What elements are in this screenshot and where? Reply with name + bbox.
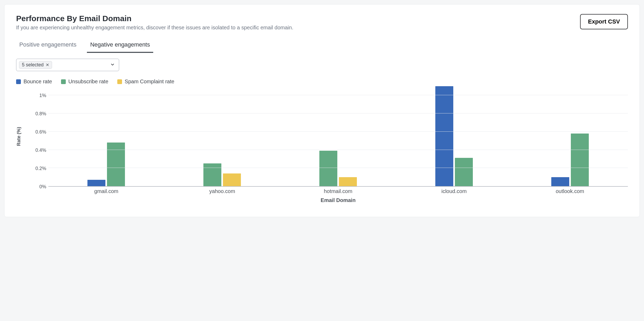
chevron-down-icon bbox=[110, 62, 115, 68]
card-header: Performance By Email Domain If you are e… bbox=[16, 14, 628, 31]
bar-unsub[interactable] bbox=[455, 158, 473, 186]
bar-unsub[interactable] bbox=[571, 134, 589, 186]
y-axis-title: Rate (%) bbox=[16, 86, 29, 187]
x-tick-label: icloud.com bbox=[396, 187, 512, 197]
x-axis-title: Email Domain bbox=[48, 197, 628, 208]
domain-multiselect[interactable]: 5 selected ✕ bbox=[16, 59, 119, 71]
tab-positive-engagements[interactable]: Positive engagements bbox=[16, 40, 80, 53]
selected-count-label: 5 selected bbox=[22, 62, 44, 68]
y-tick-label: 1% bbox=[39, 93, 46, 98]
x-tick-label: yahoo.com bbox=[164, 187, 280, 197]
y-axis-ticks: 0%0.2%0.4%0.6%0.8%1% bbox=[29, 86, 48, 187]
gridline bbox=[48, 168, 628, 168]
legend-swatch-unsubscribe bbox=[61, 79, 66, 84]
bar-spam[interactable] bbox=[223, 173, 241, 186]
bar-group bbox=[396, 86, 512, 186]
selected-count-chip[interactable]: 5 selected ✕ bbox=[19, 61, 52, 69]
legend-label-bounce: Bounce rate bbox=[24, 79, 52, 85]
y-tick-label: 0% bbox=[39, 184, 46, 190]
x-tick-label: hotmail.com bbox=[280, 187, 396, 197]
gridline bbox=[48, 150, 628, 150]
tab-negative-engagements[interactable]: Negative engagements bbox=[87, 40, 153, 53]
chart-legend: Bounce rate Unsubscribe rate Spam Compla… bbox=[16, 79, 628, 85]
y-tick-label: 0.8% bbox=[35, 111, 46, 116]
legend-unsubscribe[interactable]: Unsubscribe rate bbox=[61, 79, 108, 85]
bar-group bbox=[48, 86, 164, 186]
bar-bounce[interactable] bbox=[87, 180, 105, 186]
x-tick-label: gmail.com bbox=[48, 187, 164, 197]
bar-unsub[interactable] bbox=[319, 151, 337, 186]
bar-bounce[interactable] bbox=[551, 177, 569, 186]
engagement-tabs: Positive engagements Negative engagement… bbox=[16, 40, 628, 53]
x-axis-ticks: gmail.comyahoo.comhotmail.comicloud.como… bbox=[48, 187, 628, 197]
card-title: Performance By Email Domain bbox=[16, 14, 293, 23]
bar-unsub[interactable] bbox=[203, 163, 221, 186]
gridline bbox=[48, 113, 628, 113]
y-tick-label: 0.6% bbox=[35, 129, 46, 135]
legend-label-spam: Spam Complaint rate bbox=[125, 79, 174, 85]
export-csv-button[interactable]: Export CSV bbox=[580, 14, 628, 29]
plot-area bbox=[48, 86, 628, 187]
legend-spam[interactable]: Spam Complaint rate bbox=[117, 79, 174, 85]
gridline bbox=[48, 95, 628, 95]
legend-bounce[interactable]: Bounce rate bbox=[16, 79, 52, 85]
bar-groups bbox=[48, 86, 628, 186]
card-subtitle: If you are experiencing unhealthy engage… bbox=[16, 25, 293, 31]
legend-swatch-bounce bbox=[16, 79, 21, 84]
bar-group bbox=[164, 86, 280, 186]
clear-selection-icon[interactable]: ✕ bbox=[46, 62, 49, 67]
gridline bbox=[48, 131, 628, 132]
legend-label-unsubscribe: Unsubscribe rate bbox=[68, 79, 108, 85]
bar-group bbox=[512, 86, 628, 186]
bar-unsub[interactable] bbox=[107, 143, 125, 186]
bar-spam[interactable] bbox=[339, 177, 357, 186]
performance-card: Performance By Email Domain If you are e… bbox=[4, 4, 640, 217]
bar-bounce[interactable] bbox=[435, 86, 453, 186]
y-tick-label: 0.4% bbox=[35, 147, 46, 153]
chart: Rate (%) 0%0.2%0.4%0.6%0.8%1% gmail.comy… bbox=[16, 86, 628, 208]
legend-swatch-spam bbox=[117, 79, 122, 84]
x-tick-label: outlook.com bbox=[512, 187, 628, 197]
y-tick-label: 0.2% bbox=[35, 166, 46, 171]
bar-group bbox=[280, 86, 396, 186]
